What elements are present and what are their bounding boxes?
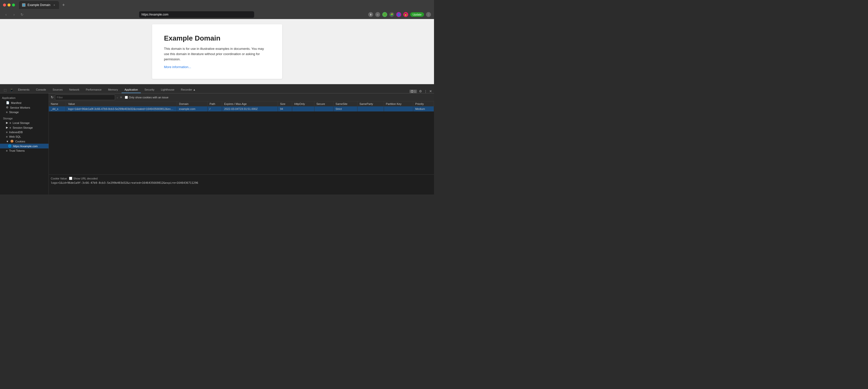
col-domain[interactable]: Domain [177,101,207,107]
table-cell: / [207,107,222,112]
col-value[interactable]: Value [66,101,177,107]
sidebar-local-storage-label: Local Storage [12,121,30,124]
table-header-row: Name Value Domain Path Expires / Max-Age… [49,101,434,107]
storage-section-label: Storage [3,117,13,120]
tab-close-button[interactable]: × [53,3,56,7]
show-decoded-label: Show URL decoded [69,177,98,180]
traffic-lights [3,3,15,6]
devtools-device-icon[interactable]: 📱 [8,87,14,93]
active-tab[interactable]: 🌐 Example Domain × [19,1,59,9]
devtools-tab-bar: ⬚ 📱 Elements Console Sources Network Per… [0,84,434,93]
col-partition-key[interactable]: Partition Key [384,101,413,107]
menu-icon[interactable]: ⋮ [426,12,431,17]
tab-network[interactable]: Network [66,87,82,93]
tab-application[interactable]: Application [122,87,141,93]
sidebar-item-trust-tokens[interactable]: ≡ Trust Tokens [0,148,49,153]
sidebar-cookies-example-label: https://example.com [13,145,37,148]
col-priority[interactable]: Priority [413,101,434,107]
sidebar-item-manifest[interactable]: 📄 Manifest [0,100,49,105]
filter-icons: ⬦ [117,96,118,99]
col-secure[interactable]: Secure [314,101,334,107]
forward-button[interactable]: › [11,11,17,18]
tab-security[interactable]: Security [141,87,157,93]
local-storage-expand-icon: ▶ [6,121,8,124]
new-tab-button[interactable]: + [60,1,67,8]
application-section-header[interactable]: Application [0,95,49,100]
sidebar-manifest-label: Manifest [11,101,22,104]
profile-icon[interactable]: 👤 [396,12,401,17]
tab-favicon: 🌐 [22,3,26,7]
extension-icon-1[interactable]: 🌿 [382,12,387,17]
manifest-icon: 📄 [6,101,9,104]
fullscreen-traffic-light[interactable] [12,3,15,6]
col-sameparty[interactable]: SameParty [357,101,384,107]
col-path[interactable]: Path [207,101,222,107]
table-cell: 2022-03-04T23:31:51.000Z [222,107,278,112]
devtools-inspect-icon[interactable]: ⬚ [2,87,8,93]
sidebar-item-service-workers[interactable]: ⚙ Service Workers [0,105,49,110]
minimize-traffic-light[interactable] [7,3,10,6]
filter-input[interactable] [55,95,115,100]
table-cell: Strict [334,107,358,112]
page-description: This domain is for use in illustrative e… [164,46,270,62]
cookies-data-table: Name Value Domain Path Expires / Max-Age… [49,101,434,112]
devtools-close-icon[interactable]: ✕ [429,89,432,93]
refresh-button[interactable]: ↻ [51,95,54,99]
cookie-value-panel: Cookie Value Show URL decoded logs=1&id=… [49,175,434,194]
sidebar-item-local-storage[interactable]: ▶ ≡ Local Storage [0,120,49,125]
show-issues-label: Only show cookies with an issue [125,96,168,99]
show-decoded-checkbox[interactable] [69,177,72,180]
tab-lighthouse[interactable]: Lighthouse [158,87,177,93]
example-card: Example Domain This domain is for use in… [152,24,282,79]
tab-console[interactable]: Console [33,87,49,93]
clear-filter-button[interactable]: ✕ [120,96,122,99]
close-traffic-light[interactable] [3,3,6,6]
bookmark-icon[interactable]: ☆ [375,12,380,17]
sidebar-item-session-storage[interactable]: ▶ ≡ Session Storage [0,125,49,130]
share-icon[interactable]: ⬆ [368,12,373,17]
table-cell: 94 [278,107,292,112]
update-button[interactable]: Update [410,12,424,17]
show-issues-checkbox[interactable] [125,96,128,99]
indexeddb-icon: ≡ [6,131,7,134]
col-samesite[interactable]: SameSite [334,101,358,107]
sidebar-item-web-sql[interactable]: ≡ Web SQL [0,134,49,139]
table-row[interactable]: _dd_slogs=1&id=96de1a9f-3c66-47b9-8cb3-5… [49,107,434,112]
table-cell [314,107,334,112]
cookie-table: Name Value Domain Path Expires / Max-Age… [49,101,434,175]
col-size[interactable]: Size [278,101,292,107]
devtools-settings-icon[interactable]: ⚙ [419,89,422,93]
extension-icon-2[interactable]: 🧩 [389,12,394,17]
sidebar-item-storage-overview[interactable]: ≡ Storage [0,110,49,114]
col-expires[interactable]: Expires / Max-Age [222,101,278,107]
avatar-icon[interactable]: 👩 [403,12,408,17]
sidebar-item-cookies[interactable]: ▼ 🍪 Cookies [0,139,49,144]
storage-overview-icon: ≡ [6,111,7,114]
service-workers-icon: ⚙ [6,106,8,109]
tab-recorder[interactable]: Recorder ▲ [178,87,198,93]
cookies-example-icon: 🌐 [8,144,11,148]
tab-title: Example Domain [28,3,50,7]
col-httponly[interactable]: HttpOnly [292,101,314,107]
col-name[interactable]: Name [49,101,66,107]
browser-chrome: 🌐 Example Domain × + [0,0,434,10]
table-cell: Medium [413,107,434,112]
sidebar-item-cookies-example[interactable]: 🌐 https://example.com [0,144,49,148]
more-info-link[interactable]: More information... [164,65,270,69]
url-bar[interactable]: https://example.com [139,11,254,18]
tab-memory[interactable]: Memory [105,87,121,93]
main-panel: ↻ ⬦ ✕ Only show cookies with an issue Na… [49,93,434,194]
url-text: https://example.com [142,13,168,16]
tab-performance[interactable]: Performance [83,87,104,93]
sidebar-service-workers-label: Service Workers [10,106,30,109]
filter-options-icon[interactable]: ⬦ [117,96,118,99]
sidebar-web-sql-label: Web SQL [9,135,21,138]
cookie-toolbar: ↻ ⬦ ✕ Only show cookies with an issue [49,93,434,101]
tab-elements[interactable]: Elements [15,87,33,93]
reload-button[interactable]: ↻ [19,11,25,18]
devtools-more-icon[interactable]: ⋮ [424,89,427,93]
sidebar-item-indexeddb[interactable]: ≡ IndexedDB [0,130,49,134]
show-decoded-text: Show URL decoded [73,177,98,180]
back-button[interactable]: ‹ [3,11,9,18]
tab-sources[interactable]: Sources [50,87,65,93]
